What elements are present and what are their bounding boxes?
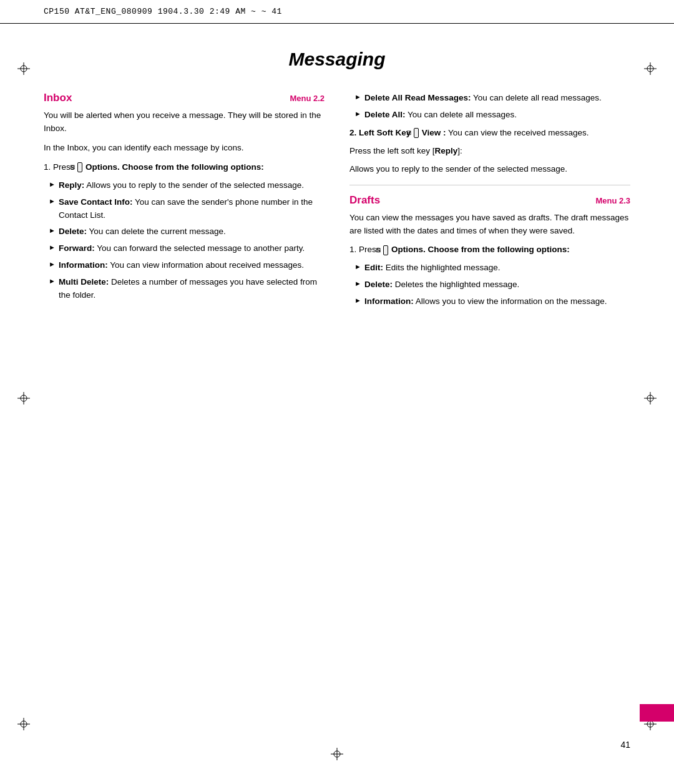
bullet-drafts-information-text: Information: Allows you to view the info… — [364, 295, 607, 308]
bullet-drafts-delete-text: Delete: Deletes the highlighted message. — [364, 278, 519, 292]
inbox-step2: 2. Left Soft Key ⊟ View : You can view t… — [349, 127, 630, 140]
allows-reply-line: Allows you to reply to the sender of the… — [349, 163, 630, 176]
reg-mark-left-mid — [17, 392, 30, 404]
reg-mark-right-mid — [644, 392, 657, 404]
bullet-drafts-delete: ► Delete: Deletes the highlighted messag… — [349, 278, 630, 292]
inbox-intro1: You will be alerted when you receive a m… — [44, 109, 325, 135]
bullet-delete-all-read: ► Delete All Read Messages: You can dele… — [349, 92, 630, 105]
reg-mark-left-top — [17, 62, 30, 75]
triangle-icon: ► — [354, 263, 361, 270]
right-column: ► Delete All Read Messages: You can dele… — [349, 92, 630, 312]
bullet-edit-text: Edit: Edits the highlighted message. — [364, 262, 501, 275]
triangle-icon: ► — [49, 197, 56, 205]
triangle-icon: ► — [49, 227, 56, 234]
bullet-multi-delete-text: Multi Delete: Deletes a number of messag… — [59, 276, 325, 302]
triangle-icon: ► — [49, 180, 56, 188]
bullet-save-contact: ► Save Contact Info: You can save the se… — [44, 196, 325, 222]
left-column: Inbox Menu 2.2 You will be alerted when … — [44, 92, 325, 306]
step1-text: 1. Press ⊟ Options. Choose from the foll… — [44, 162, 264, 172]
step1-bold: Options. Choose from the following optio… — [85, 162, 264, 172]
inbox-section-header: Inbox Menu 2.2 — [44, 92, 325, 104]
header-text: CP150 AT&T_ENG_080909 1904.3.30 2:49 AM … — [44, 7, 282, 16]
bullet-delete-all-read-text: Delete All Read Messages: You can delete… — [364, 92, 602, 105]
bullet-delete-all: ► Delete All: You can delete all message… — [349, 109, 630, 122]
bullet-drafts-information: ► Information: Allows you to view the in… — [349, 295, 630, 308]
bullet-forward: ► Forward: You can forward the selected … — [44, 242, 325, 255]
bullet-information: ► Information: You can view information … — [44, 259, 325, 272]
bullet-information-text: Information: You can view information ab… — [59, 259, 304, 272]
bullet-delete-text: Delete: You can delete the current messa… — [59, 225, 226, 238]
bullet-delete: ► Delete: You can delete the current mes… — [44, 225, 325, 238]
press-reply-line: Press the left soft key [Reply]: — [349, 145, 630, 158]
drafts-step1: 1. Press ⊟ Options. Choose from the foll… — [349, 243, 630, 257]
inbox-step1: 1. Press ⊟ Options. Choose from the foll… — [44, 161, 325, 174]
bullet-save-contact-text: Save Contact Info: You can save the send… — [59, 196, 325, 222]
drafts-title: Drafts — [349, 194, 380, 207]
pink-accent-block — [640, 704, 674, 722]
bullet-reply-text: Reply: Allows you to reply to the sender… — [59, 179, 304, 192]
reg-mark-right-top — [644, 62, 657, 75]
triangle-icon: ► — [354, 280, 361, 287]
page-title: Messaging — [44, 49, 630, 70]
inbox-title: Inbox — [44, 92, 72, 104]
section-separator — [349, 185, 630, 185]
drafts-intro: You can view the messages you have saved… — [349, 212, 630, 238]
left-soft-key-icon: ⊟ — [414, 128, 419, 138]
inbox-menu-number: Menu 2.2 — [290, 94, 325, 103]
triangle-icon: ► — [49, 277, 56, 285]
bullet-reply: ► Reply: Allows you to reply to the send… — [44, 179, 325, 192]
header-bar: CP150 AT&T_ENG_080909 1904.3.30 2:49 AM … — [0, 0, 674, 24]
bullet-forward-text: Forward: You can forward the selected me… — [59, 242, 305, 255]
page-wrapper: CP150 AT&T_ENG_080909 1904.3.30 2:49 AM … — [0, 0, 674, 784]
bullet-edit: ► Edit: Edits the highlighted message. — [349, 262, 630, 275]
reg-mark-left-bot — [17, 718, 30, 730]
content-area: Messaging Inbox Menu 2.2 You will be ale… — [44, 24, 630, 784]
drafts-section-header: Drafts Menu 2.3 — [349, 194, 630, 207]
triangle-icon: ► — [49, 260, 56, 268]
two-column-layout: Inbox Menu 2.2 You will be alerted when … — [44, 92, 630, 312]
bullet-delete-all-text: Delete All: You can delete all messages. — [364, 109, 517, 122]
triangle-icon: ► — [49, 243, 56, 251]
triangle-icon: ► — [354, 110, 361, 117]
options-key-icon: ⊟ — [77, 162, 82, 172]
triangle-icon: ► — [354, 93, 361, 100]
drafts-menu-number: Menu 2.3 — [595, 196, 630, 205]
triangle-icon: ► — [354, 296, 361, 304]
drafts-options-key-icon: ⊟ — [383, 245, 388, 255]
inbox-intro2: In the Inbox, you can identify each mess… — [44, 142, 325, 155]
bullet-multi-delete: ► Multi Delete: Deletes a number of mess… — [44, 276, 325, 302]
